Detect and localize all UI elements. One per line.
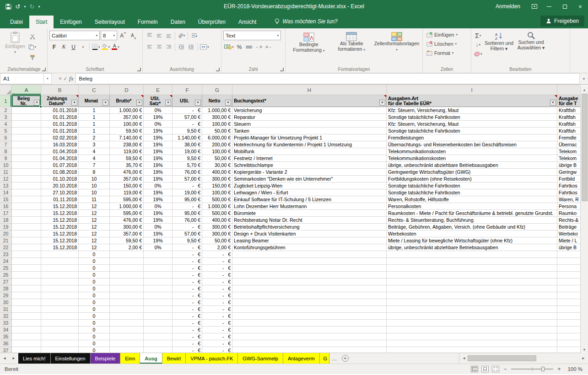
cell-D23[interactable] — [110, 251, 144, 258]
vertical-scrollbar[interactable]: ▲ ▼ — [580, 86, 588, 354]
cell-F4[interactable]: - € — [173, 121, 202, 128]
cell-C29[interactable]: 0 — [79, 292, 110, 299]
cell-A34[interactable] — [12, 327, 41, 333]
cell-F3[interactable]: 57,00 € — [173, 114, 202, 121]
cell-F12[interactable]: 57,00 € — [173, 176, 202, 182]
row-header-15[interactable]: 15 — [0, 196, 12, 203]
cell-J18[interactable]: Rechts-& — [557, 217, 580, 224]
column-header-C[interactable]: C — [79, 85, 110, 95]
cell-C35[interactable]: 0 — [79, 333, 110, 340]
cell-B23[interactable] — [41, 251, 79, 258]
cell-H27[interactable] — [232, 279, 387, 285]
cell-G7[interactable]: 200,00 € — [202, 141, 232, 148]
row-header-33[interactable]: 33 — [0, 320, 12, 327]
cell-E28[interactable] — [144, 285, 173, 292]
cell-F13[interactable]: - € — [173, 182, 202, 189]
cell-E11[interactable]: 19% — [144, 169, 173, 176]
cell-H29[interactable] — [232, 292, 387, 299]
tab-formeln[interactable]: Formeln — [131, 16, 164, 28]
cell-A2[interactable] — [12, 107, 41, 114]
cell-I4[interactable]: Kfz: Steuern, Versicherung, Maut — [387, 121, 557, 128]
cell-E20[interactable]: 19% — [144, 230, 173, 237]
cell-E36[interactable] — [144, 340, 173, 347]
cell-G34[interactable]: - € — [202, 327, 232, 333]
cell-F25[interactable]: - € — [173, 265, 202, 272]
cell-F27[interactable]: - € — [173, 279, 202, 285]
undo-button[interactable]: ↺ — [13, 1, 22, 11]
cell-G15[interactable]: 500,00 € — [202, 196, 232, 203]
cell-C11[interactable]: 8 — [79, 169, 110, 176]
cell-J6[interactable]: Fremdle — [557, 134, 580, 141]
cell-I13[interactable]: Sonstige tatsächliche Fahrtkosten — [387, 182, 557, 189]
cell-C36[interactable]: 0 — [79, 340, 110, 347]
tab-start[interactable]: Start — [29, 16, 54, 28]
cell-I11[interactable]: Geringwertige Wirtschaftsgüter (GWG) — [387, 169, 557, 176]
insert-function-button[interactable]: fx — [69, 75, 73, 82]
cell-H9[interactable]: Festnetz / Internet — [232, 155, 387, 162]
decrease-font-button[interactable]: A▾ — [129, 31, 138, 40]
customize-qat-button[interactable]: ▾ — [37, 1, 41, 11]
add-sheet-button[interactable]: + — [339, 353, 351, 364]
cell-C24[interactable]: 0 — [79, 258, 110, 265]
column-header-H[interactable]: H — [232, 85, 387, 95]
share-button[interactable]: Freigeben — [540, 16, 584, 27]
cell-E24[interactable] — [144, 258, 173, 265]
cell-A22[interactable] — [12, 244, 41, 251]
cell-H33[interactable] — [232, 320, 387, 327]
cell-A28[interactable] — [12, 285, 41, 292]
column-header-B[interactable]: B — [41, 85, 79, 95]
row-header-4[interactable]: 4 — [0, 121, 12, 128]
cell-B19[interactable]: 15.12.2018 — [41, 224, 79, 230]
italic-button[interactable]: K — [59, 42, 69, 52]
cell-B22[interactable]: 15.12.2018 — [41, 244, 79, 251]
horizontal-scroll-thumb[interactable] — [468, 355, 536, 361]
cell-E30[interactable] — [144, 299, 173, 306]
cell-G16[interactable]: 1.000,00 € — [202, 203, 232, 210]
cell-B32[interactable] — [41, 313, 79, 320]
cell-D3[interactable]: 357,00 € — [110, 114, 144, 121]
horizontal-scroll-track[interactable] — [468, 354, 580, 362]
sheet-tab-ausg[interactable]: Ausg — [140, 353, 162, 364]
row-header-26[interactable]: 26 — [0, 272, 12, 279]
page-layout-view-button[interactable] — [481, 366, 489, 372]
merge-center-button[interactable]: ▾ — [199, 42, 210, 52]
cell-I31[interactable] — [387, 306, 557, 313]
column-header-J[interactable]: J — [557, 85, 580, 95]
number-format-select[interactable]: Text▾ — [223, 31, 281, 40]
cell-E7[interactable]: 19% — [144, 141, 173, 148]
cell-A18[interactable] — [12, 217, 41, 224]
cell-D6[interactable]: 7.140,00 € — [110, 134, 144, 141]
cell-I14[interactable]: Sonstige tatsächliche Fahrtkosten — [387, 189, 557, 196]
cell-H20[interactable]: Design + Druck Visitenkarten — [232, 230, 387, 237]
header-cell-B1[interactable]: ZahlungsDatum*▼ — [41, 95, 79, 107]
cell-A9[interactable] — [12, 155, 41, 162]
row-header-35[interactable]: 35 — [0, 333, 12, 340]
row-header-11[interactable]: 11 — [0, 169, 12, 176]
font-color-button[interactable]: A▾ — [111, 42, 120, 52]
cell-C13[interactable]: 10 — [79, 182, 110, 189]
cell-G24[interactable]: - € — [202, 258, 232, 265]
cell-B33[interactable] — [41, 320, 79, 327]
cell-E5[interactable]: 19% — [144, 128, 173, 134]
cell-G21[interactable]: 50,00 € — [202, 237, 232, 244]
cell-G22[interactable]: 2,00 € — [202, 244, 232, 251]
cell-C20[interactable]: 12 — [79, 230, 110, 237]
row-header-34[interactable]: 34 — [0, 327, 12, 333]
cell-J21[interactable]: Miete / L — [557, 237, 580, 244]
cell-I8[interactable]: Telekommunikationskosten — [387, 148, 557, 155]
cell-D11[interactable]: 476,00 € — [110, 169, 144, 176]
cell-A13[interactable] — [12, 182, 41, 189]
cell-B28[interactable] — [41, 285, 79, 292]
cell-D4[interactable]: 100,00 € — [110, 121, 144, 128]
cell-G9[interactable]: 50,00 € — [202, 155, 232, 162]
row-header-3[interactable]: 3 — [0, 114, 12, 121]
underline-dropdown[interactable]: ▾ — [78, 42, 88, 52]
cell-D14[interactable]: 119,00 € — [110, 189, 144, 196]
header-cell-A1[interactable]: BelegNr.▼ — [12, 95, 41, 107]
cell-A36[interactable] — [12, 340, 41, 347]
cell-J2[interactable]: Kraftfah — [557, 107, 580, 114]
filter-button-G[interactable]: ▼ — [225, 100, 231, 106]
zoom-slider-thumb[interactable] — [541, 367, 545, 371]
row-header-30[interactable]: 30 — [0, 299, 12, 306]
cell-I29[interactable] — [387, 292, 557, 299]
